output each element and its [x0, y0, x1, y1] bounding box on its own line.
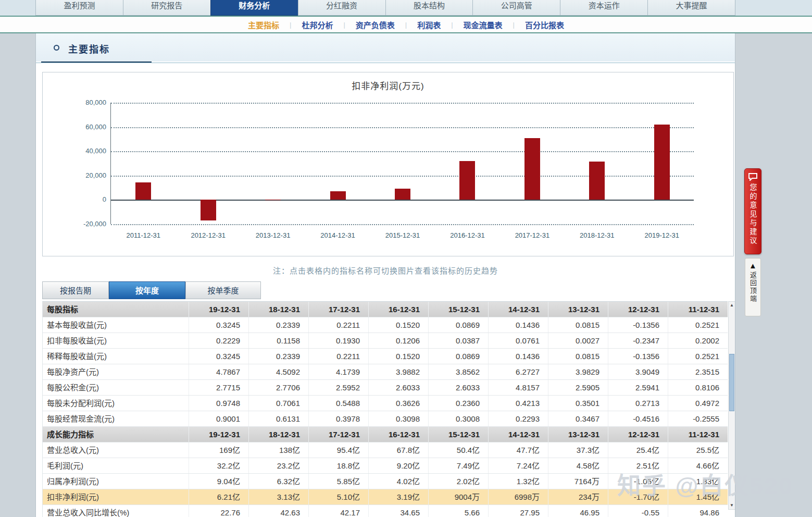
sub-nav: 主要指标|杜邦分析|资产负债表|利润表|现金流量表|百分比报表 [0, 17, 812, 32]
table-cell: 0.2713 [608, 396, 668, 411]
table-cell: 32.2亿 [189, 458, 248, 473]
table-date-header: 12-12-31 [608, 302, 668, 317]
table-cell: 2.6033 [428, 380, 488, 395]
table-row: 基本每股收益(元)0.32450.23390.22110.15200.08690… [43, 317, 728, 333]
top-nav-tab[interactable]: 盈利预测 [35, 0, 123, 16]
table-date-header: 19-12-31 [189, 302, 248, 317]
row-label[interactable]: 基本每股收益(元) [43, 317, 189, 333]
chart-plot-area: 2011-12-312012-12-312013-12-312014-12-31… [110, 103, 694, 224]
table-cell: 0.2339 [248, 317, 308, 333]
row-label[interactable]: 每股净资产(元) [43, 364, 189, 379]
table-cell: 0.9001 [189, 411, 248, 426]
table-cell: 47.7亿 [488, 442, 548, 458]
table-row: 稀释每股收益(元)0.32450.23390.22110.15200.08690… [43, 349, 728, 364]
row-label[interactable]: 归属净利润(元) [43, 474, 189, 489]
chart-gridline [111, 127, 694, 128]
table-cell: 0.0815 [548, 317, 608, 333]
scrollbar-thumb[interactable] [729, 354, 734, 411]
subnav-item[interactable]: 主要指标 [238, 19, 290, 30]
back-to-top-button[interactable]: ▲ 返回顶端 [745, 258, 761, 316]
subnav-item[interactable]: 现金流量表 [453, 19, 513, 30]
subnav-item[interactable]: 利润表 [407, 19, 451, 30]
top-nav-tab[interactable]: 分红融资 [298, 0, 385, 16]
table-cell: 0.0027 [548, 333, 608, 348]
table-row: 营业总收入同比增长(%)22.7642.6342.1734.655.6627.9… [43, 505, 728, 517]
table-cell: 2.7706 [248, 380, 308, 395]
table-scrollbar[interactable]: ▲ ▼ [728, 301, 735, 510]
table-cell: 4.02亿 [368, 474, 428, 489]
subnav-item[interactable]: 百分比报表 [515, 19, 574, 30]
top-nav-tab[interactable]: 公司高管 [472, 0, 560, 16]
table-cell: 0.2229 [189, 333, 248, 348]
table-cell: 6.2727 [488, 364, 548, 379]
subnav-item[interactable]: 杜邦分析 [291, 19, 343, 30]
scroll-down-icon[interactable]: ▼ [729, 502, 735, 509]
chart-bar [459, 161, 475, 200]
table-section-header-row: 每股指标19-12-3118-12-3117-12-3116-12-3115-1… [43, 302, 728, 317]
table-cell: 169亿 [189, 442, 248, 458]
chart-bar [654, 125, 670, 200]
section-bullet-icon [54, 45, 59, 51]
top-nav-tab[interactable]: 研究报告 [123, 0, 210, 16]
row-label[interactable]: 营业总收入同比增长(%) [43, 505, 189, 517]
row-label[interactable]: 扣非净利润(元) [43, 489, 189, 504]
table-cell: 7.24亿 [488, 458, 548, 473]
row-label[interactable]: 每股未分配利润(元) [43, 396, 189, 411]
table-cell: 0.2521 [668, 317, 728, 333]
table-cell: 5.10亿 [308, 489, 368, 504]
row-label[interactable]: 营业总收入(元) [43, 442, 189, 458]
table-cell: 0.3245 [189, 317, 248, 333]
table-cell: 0.3626 [368, 396, 428, 411]
table-cell: 0.1930 [308, 333, 368, 348]
table-cell: 0.1436 [488, 317, 548, 333]
x-axis-tick-label: 2017-12-31 [500, 231, 565, 239]
period-tab[interactable]: 按报告期 [42, 281, 109, 299]
top-nav-tab[interactable]: 股本结构 [385, 0, 473, 16]
table-cell: 3.8562 [428, 364, 488, 379]
table-cell: 0.3501 [548, 396, 608, 411]
top-nav-tab[interactable]: 大事提醒 [647, 0, 735, 16]
back-to-top-label: 返回顶端 [748, 272, 758, 303]
feedback-button[interactable]: 您的意见与建议 [744, 168, 761, 254]
table-cell: 7.49亿 [428, 458, 488, 473]
table-cell: 0.2211 [308, 317, 368, 333]
scroll-up-icon[interactable]: ▲ [729, 302, 735, 309]
x-axis-tick-label: 2013-12-31 [241, 231, 305, 239]
subnav-item[interactable]: 资产负债表 [345, 19, 405, 30]
table-cell: 25.4亿 [608, 442, 668, 458]
top-nav-tab[interactable]: 资本运作 [560, 0, 647, 16]
table-cell: 2.3515 [668, 364, 728, 379]
table-row: 每股公积金(元)2.77152.77062.59522.60332.60334.… [43, 380, 728, 396]
period-tab[interactable]: 按年度 [109, 281, 185, 299]
row-label[interactable]: 扣非每股收益(元) [43, 333, 189, 348]
table-date-header: 19-12-31 [189, 427, 248, 442]
table-cell: 3.9829 [548, 364, 608, 379]
table-row: 每股经营现金流(元)0.90010.61310.39780.30980.3008… [43, 411, 728, 427]
table-row: 毛利润(元)32.2亿23.2亿18.8亿9.20亿7.49亿7.24亿4.58… [43, 458, 728, 474]
row-label[interactable]: 毛利润(元) [43, 458, 189, 473]
table-cell: 6.32亿 [248, 474, 308, 489]
y-axis-tick-label: 40,000 [45, 147, 106, 155]
table-cell: 94.86 [668, 505, 728, 517]
row-label[interactable]: 每股经营现金流(元) [43, 411, 189, 426]
table-cell: 67.8亿 [368, 442, 428, 458]
row-label[interactable]: 每股公积金(元) [43, 380, 189, 395]
table-date-header: 17-12-31 [308, 302, 368, 317]
table-cell: -1.70亿 [608, 489, 668, 504]
x-axis-tick-label: 2014-12-31 [306, 231, 370, 239]
table-date-header: 13-12-31 [548, 302, 608, 317]
table-cell: 234万 [548, 489, 608, 504]
table-cell: 6998万 [488, 489, 548, 504]
table-cell: 4.1739 [308, 364, 368, 379]
table-cell: 0.4213 [488, 396, 548, 411]
table-cell: 3.9049 [608, 364, 668, 379]
row-label[interactable]: 稀释每股收益(元) [43, 349, 189, 364]
period-tab[interactable]: 按单季度 [185, 281, 261, 299]
profit-chart: 扣非净利润(万元) 2011-12-312012-12-312013-12-31… [42, 72, 734, 256]
table-date-header: 11-12-31 [668, 302, 728, 317]
table-cell: 42.17 [308, 505, 368, 517]
page-title: 主要指标 [68, 42, 110, 55]
top-nav-tab[interactable]: 财务分析 [210, 0, 298, 16]
table-cell: 2.5905 [548, 380, 608, 395]
table-cell: 5.85亿 [308, 474, 368, 489]
